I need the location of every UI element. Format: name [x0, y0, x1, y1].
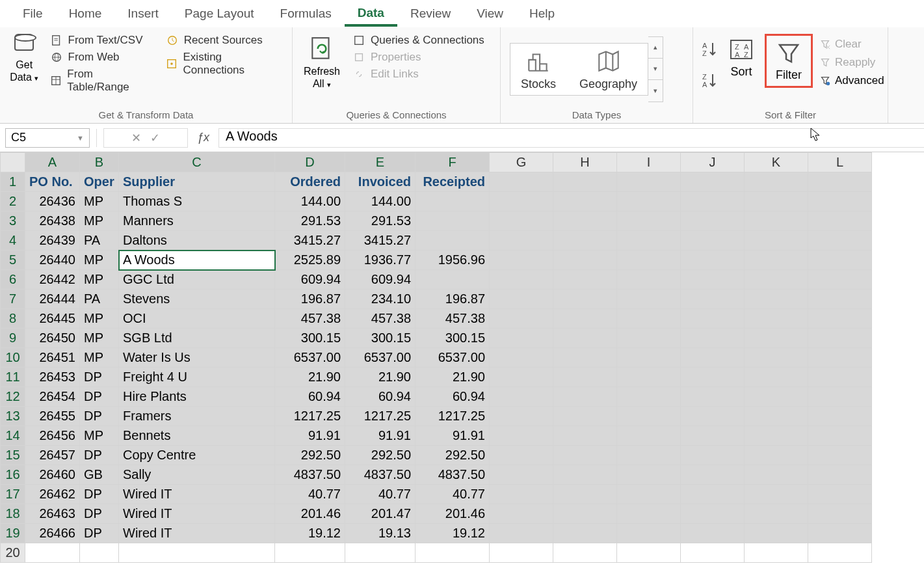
- cell-A3[interactable]: 26438: [25, 211, 80, 231]
- advanced-button[interactable]: Advanced: [819, 74, 884, 87]
- cell-A6[interactable]: 26442: [25, 270, 80, 290]
- cell-A8[interactable]: 26445: [25, 309, 80, 329]
- cell-D12[interactable]: 60.94: [275, 387, 345, 407]
- cell-K1[interactable]: [745, 172, 808, 192]
- cell-A7[interactable]: 26444: [25, 290, 80, 309]
- cell-G10[interactable]: [490, 348, 553, 368]
- cell-E12[interactable]: 60.94: [345, 387, 416, 407]
- cell-D2[interactable]: 144.00: [275, 192, 345, 211]
- queries-connections-button[interactable]: Queries & Connections: [352, 34, 484, 47]
- row-header-14[interactable]: 14: [1, 426, 25, 446]
- col-header-A[interactable]: A: [25, 153, 80, 172]
- cell-L12[interactable]: [808, 387, 872, 407]
- cell-J2[interactable]: [681, 192, 745, 211]
- cell-L6[interactable]: [808, 270, 872, 290]
- cell-F6[interactable]: [416, 270, 490, 290]
- cell-A18[interactable]: 26463: [25, 504, 80, 524]
- cell-A4[interactable]: 26439: [25, 231, 80, 251]
- cell-B14[interactable]: MP: [80, 426, 119, 446]
- name-box[interactable]: C5▼: [5, 128, 90, 148]
- cell-B5[interactable]: MP: [80, 251, 119, 270]
- cell-F16[interactable]: 4837.50: [416, 465, 490, 485]
- tab-view[interactable]: View: [464, 1, 516, 26]
- cell-E20[interactable]: [345, 543, 416, 563]
- cell-H14[interactable]: [553, 426, 617, 446]
- cell-D14[interactable]: 91.91: [275, 426, 345, 446]
- get-data-button[interactable]: Get Data ▾: [5, 30, 44, 83]
- cell-K3[interactable]: [745, 211, 808, 231]
- cell-A14[interactable]: 26456: [25, 426, 80, 446]
- cell-F20[interactable]: [416, 543, 490, 563]
- from-text-csv-button[interactable]: From Text/CSV: [50, 34, 153, 47]
- cell-C9[interactable]: SGB Ltd: [119, 329, 275, 348]
- cell-C19[interactable]: Wired IT: [119, 524, 275, 543]
- cell-E16[interactable]: 4837.50: [345, 465, 416, 485]
- cell-L5[interactable]: [808, 251, 872, 270]
- cell-I20[interactable]: [617, 543, 681, 563]
- cell-H20[interactable]: [553, 543, 617, 563]
- tab-review[interactable]: Review: [397, 1, 464, 26]
- sort-button[interactable]: ZAAZ Sort: [722, 34, 761, 81]
- cell-L7[interactable]: [808, 290, 872, 309]
- cell-L17[interactable]: [808, 485, 872, 504]
- cell-H11[interactable]: [553, 368, 617, 387]
- cell-E4[interactable]: 3415.27: [345, 231, 416, 251]
- cell-E2[interactable]: 144.00: [345, 192, 416, 211]
- cell-H2[interactable]: [553, 192, 617, 211]
- cell-B7[interactable]: PA: [80, 290, 119, 309]
- tab-help[interactable]: Help: [516, 1, 568, 26]
- col-header-B[interactable]: B: [80, 153, 119, 172]
- cell-H5[interactable]: [553, 251, 617, 270]
- cell-G3[interactable]: [490, 211, 553, 231]
- cell-D18[interactable]: 201.46: [275, 504, 345, 524]
- data-types-scroll[interactable]: ▴ ▾ ▾: [648, 36, 663, 102]
- cell-E8[interactable]: 457.38: [345, 309, 416, 329]
- cell-E9[interactable]: 300.15: [345, 329, 416, 348]
- cell-F18[interactable]: 201.46: [416, 504, 490, 524]
- cell-B17[interactable]: DP: [80, 485, 119, 504]
- cell-A2[interactable]: 26436: [25, 192, 80, 211]
- cell-K10[interactable]: [745, 348, 808, 368]
- cell-A1[interactable]: PO No.: [25, 172, 80, 192]
- cell-F11[interactable]: 21.90: [416, 368, 490, 387]
- tab-formulas[interactable]: Formulas: [267, 1, 345, 26]
- stocks-button[interactable]: Stocks: [521, 47, 556, 91]
- cell-B9[interactable]: MP: [80, 329, 119, 348]
- cell-B12[interactable]: DP: [80, 387, 119, 407]
- cell-H16[interactable]: [553, 465, 617, 485]
- cell-F8[interactable]: 457.38: [416, 309, 490, 329]
- cell-J11[interactable]: [681, 368, 745, 387]
- col-header-K[interactable]: K: [745, 153, 808, 172]
- cell-H19[interactable]: [553, 524, 617, 543]
- cell-F19[interactable]: 19.12: [416, 524, 490, 543]
- cell-L11[interactable]: [808, 368, 872, 387]
- cell-C18[interactable]: Wired IT: [119, 504, 275, 524]
- spreadsheet-grid[interactable]: ABCDEFGHIJKL1PO No.OperSupplierOrderedIn…: [0, 152, 924, 563]
- cell-J20[interactable]: [681, 543, 745, 563]
- cell-B20[interactable]: [80, 543, 119, 563]
- cell-K13[interactable]: [745, 407, 808, 426]
- cell-G11[interactable]: [490, 368, 553, 387]
- cell-C3[interactable]: Manners: [119, 211, 275, 231]
- cell-C17[interactable]: Wired IT: [119, 485, 275, 504]
- cell-B1[interactable]: Oper: [80, 172, 119, 192]
- cell-F4[interactable]: [416, 231, 490, 251]
- cell-I14[interactable]: [617, 426, 681, 446]
- cell-I16[interactable]: [617, 465, 681, 485]
- cell-F13[interactable]: 1217.25: [416, 407, 490, 426]
- cell-C4[interactable]: Daltons: [119, 231, 275, 251]
- cell-I9[interactable]: [617, 329, 681, 348]
- cell-E5[interactable]: 1936.77: [345, 251, 416, 270]
- cell-A12[interactable]: 26454: [25, 387, 80, 407]
- cell-D10[interactable]: 6537.00: [275, 348, 345, 368]
- cell-K17[interactable]: [745, 485, 808, 504]
- col-header-G[interactable]: G: [490, 153, 553, 172]
- cell-H13[interactable]: [553, 407, 617, 426]
- cell-J5[interactable]: [681, 251, 745, 270]
- row-header-5[interactable]: 5: [1, 251, 25, 270]
- cell-G4[interactable]: [490, 231, 553, 251]
- cell-G6[interactable]: [490, 270, 553, 290]
- cell-L16[interactable]: [808, 465, 872, 485]
- cell-C13[interactable]: Framers: [119, 407, 275, 426]
- cell-G15[interactable]: [490, 446, 553, 465]
